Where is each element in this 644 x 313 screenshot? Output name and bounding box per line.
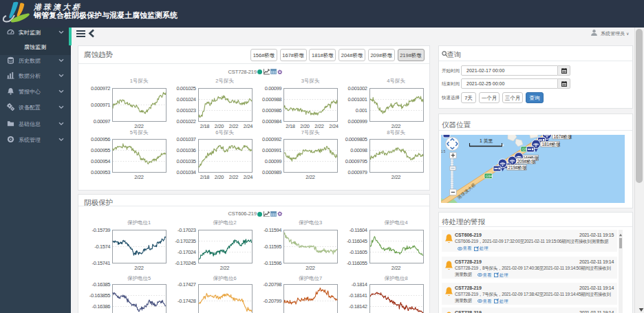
svg-text:1:5: 1:5 xyxy=(441,150,446,153)
svg-text:181#桥墩: 181#桥墩 xyxy=(542,142,561,147)
svg-text:G94: G94 xyxy=(486,174,493,178)
svg-text:1 英里: 1 英里 xyxy=(480,138,493,144)
svg-text:209#桥墩: 209#桥墩 xyxy=(517,159,536,164)
svg-text:219#桥墩: 219#桥墩 xyxy=(508,165,527,171)
